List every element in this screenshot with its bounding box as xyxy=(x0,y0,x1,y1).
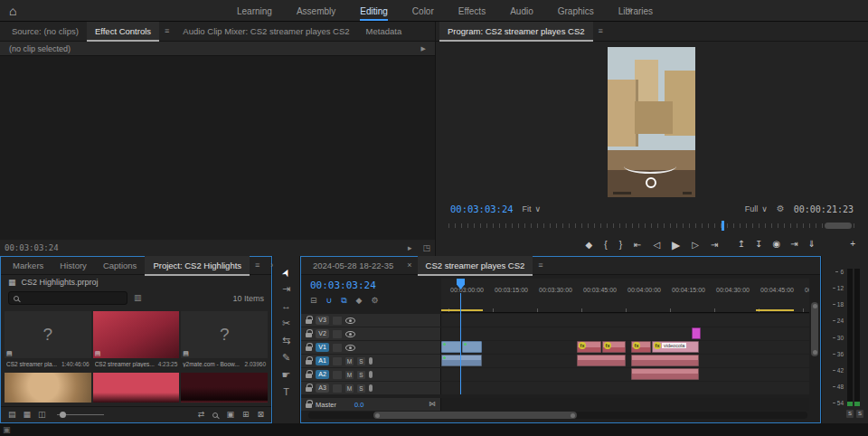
workspace-tab-audio[interactable]: Audio xyxy=(510,6,533,16)
media-thumbnail[interactable] xyxy=(181,373,268,403)
insert-button[interactable]: ⇥ xyxy=(790,240,797,249)
track-lane-a1[interactable] xyxy=(441,355,809,367)
timeline-clip[interactable] xyxy=(692,327,701,339)
timeline-settings-icon[interactable]: ⚙ xyxy=(372,297,379,305)
tab-project[interactable]: Project: CS2 Highlights xyxy=(145,256,250,276)
razor-tool[interactable]: ✂ xyxy=(282,318,290,328)
overwrite-button[interactable]: ⇓ xyxy=(808,240,816,249)
type-tool[interactable]: T xyxy=(283,387,289,397)
workspace-tab-color[interactable]: Color xyxy=(412,6,434,16)
add-marker-button[interactable]: ◆ xyxy=(586,241,593,250)
tab-metadata[interactable]: Metadata xyxy=(358,22,410,42)
zoom-slider-knob[interactable] xyxy=(60,412,66,418)
nested-sequence-icon[interactable]: ⊟ xyxy=(310,297,317,305)
workspace-tab-effects[interactable]: Effects xyxy=(458,6,486,16)
tab-effect-controls[interactable]: Effect Controls xyxy=(87,22,159,42)
delete-button[interactable]: ⊠ xyxy=(257,411,264,419)
zoom-slider[interactable] xyxy=(57,414,104,415)
source-patch[interactable] xyxy=(333,371,342,379)
workspace-tab-libraries[interactable]: Libraries xyxy=(618,6,653,16)
media-thumbnail[interactable] xyxy=(5,373,91,403)
ripple-edit-tool[interactable]: ↔ xyxy=(281,301,291,311)
timeline-clip[interactable]: fx xyxy=(631,341,651,353)
mute-button[interactable]: M xyxy=(345,384,354,393)
lock-icon[interactable] xyxy=(306,360,312,365)
media-item[interactable]: ? ▤ CS2 streamer pla... 1:40:46:06 xyxy=(5,311,91,367)
track-lane-a2[interactable] xyxy=(441,368,809,381)
close-tab-icon[interactable]: × xyxy=(401,261,417,270)
playback-resolution-select[interactable]: Full ∨ xyxy=(745,204,768,213)
play-icon[interactable]: ▸ xyxy=(408,244,412,252)
track-badge[interactable]: V3 xyxy=(316,316,329,325)
panel-menu-icon[interactable]: ≡ xyxy=(159,27,175,35)
media-name[interactable]: CS2 streamer pla... xyxy=(6,361,57,367)
solo-button[interactable]: S xyxy=(856,410,863,418)
master-gain-value[interactable]: 0.0 xyxy=(354,401,363,409)
tray-icon[interactable]: ▣ xyxy=(3,426,11,434)
sequence-tab-1[interactable]: 2024-05-28 18-22-35 xyxy=(305,256,401,276)
timeline-clip[interactable] xyxy=(441,355,482,366)
mute-button[interactable]: M xyxy=(345,371,354,379)
tab-history[interactable]: History xyxy=(52,256,95,276)
timeline-clip[interactable]: fx xyxy=(577,341,601,353)
solo-button[interactable]: S xyxy=(357,384,365,393)
tab-markers[interactable]: Markers xyxy=(5,256,52,276)
timeline-timecode[interactable]: 00:03:03:24 xyxy=(310,280,376,291)
timeline-vertical-scrollbar[interactable] xyxy=(811,302,818,356)
program-timecode[interactable]: 00:03:03:24 xyxy=(450,204,514,214)
list-view-button[interactable]: ▤ xyxy=(8,411,16,419)
selection-tool[interactable]: ➤ xyxy=(282,267,290,277)
tab-source-monitor[interactable]: Source: (no clips) xyxy=(4,22,87,42)
hand-tool[interactable]: ☛ xyxy=(282,370,291,380)
button-editor-plus[interactable]: + xyxy=(850,240,855,249)
lock-icon[interactable] xyxy=(306,333,312,337)
source-patch[interactable] xyxy=(333,317,342,325)
workspace-tab-editing[interactable]: Editing xyxy=(360,6,388,16)
workspace-tab-graphics[interactable]: Graphics xyxy=(558,6,594,16)
icon-view-button[interactable]: ▦ xyxy=(24,411,32,419)
program-scrubber[interactable] xyxy=(448,219,855,232)
track-lane-a3[interactable] xyxy=(441,382,809,394)
workspace-tab-assembly[interactable]: Assembly xyxy=(297,6,335,16)
settings-wrench-icon[interactable]: ⚙ xyxy=(777,204,785,213)
media-name[interactable]: y2mate.com - Boow... xyxy=(183,361,240,367)
freeform-view-button[interactable]: ◫ xyxy=(38,411,46,419)
tab-captions[interactable]: Captions xyxy=(95,256,146,276)
extract-button[interactable]: ↧ xyxy=(755,240,762,249)
home-icon[interactable]: ⌂ xyxy=(9,5,16,17)
source-patch[interactable] xyxy=(333,384,342,393)
go-to-in-button[interactable]: ⇤ xyxy=(634,241,641,250)
track-badge[interactable]: V2 xyxy=(316,329,329,338)
media-thumbnail[interactable]: ? ▤ xyxy=(5,311,91,358)
project-file-name[interactable]: CS2 Highlights.prproj xyxy=(22,278,99,287)
timeline-clip[interactable] xyxy=(631,368,699,380)
voiceover-mic-icon[interactable] xyxy=(369,371,373,378)
media-thumbnail[interactable] xyxy=(93,373,180,403)
timeline-clip[interactable] xyxy=(441,341,461,353)
lift-button[interactable]: ↥ xyxy=(738,240,745,249)
track-lane-v1[interactable]: fx fx fx fx videocola xyxy=(441,341,809,354)
source-patch[interactable] xyxy=(333,357,342,365)
mark-in-button[interactable]: { xyxy=(604,241,607,250)
keyframe-nav-icon[interactable]: ⋈ xyxy=(429,401,436,408)
track-output-eye-icon[interactable] xyxy=(345,331,355,337)
solo-button[interactable]: S xyxy=(846,410,854,418)
media-name[interactable]: CS2 streamer playes... xyxy=(95,361,155,367)
panel-menu-icon[interactable]: ≡ xyxy=(533,261,548,270)
timeline-clip[interactable]: fx xyxy=(602,341,626,353)
timeline-ruler[interactable]: 00:03:00:00 00:03:15:00 00:03:30:00 00:0… xyxy=(441,279,809,313)
zoom-level-select[interactable]: Fit ∨ xyxy=(523,204,542,213)
track-badge[interactable]: A2 xyxy=(316,370,329,379)
effect-controls-body[interactable] xyxy=(0,56,435,240)
voiceover-mic-icon[interactable] xyxy=(369,384,373,392)
lock-icon[interactable] xyxy=(306,319,312,324)
media-item[interactable]: ▤ CS2 streamer playes... 4:23:25 xyxy=(93,311,180,367)
timeline-clip[interactable] xyxy=(631,355,699,366)
fit-zoom-icon[interactable]: ◳ xyxy=(422,244,430,252)
timeline-clip[interactable]: fx videocola xyxy=(652,341,699,353)
source-patch[interactable] xyxy=(333,344,342,352)
mute-button[interactable]: M xyxy=(345,357,354,365)
panel-menu-icon[interactable]: ≡ xyxy=(250,261,265,270)
automate-to-sequence-button[interactable]: ⇄ xyxy=(198,411,205,419)
find-button[interactable] xyxy=(212,412,218,418)
